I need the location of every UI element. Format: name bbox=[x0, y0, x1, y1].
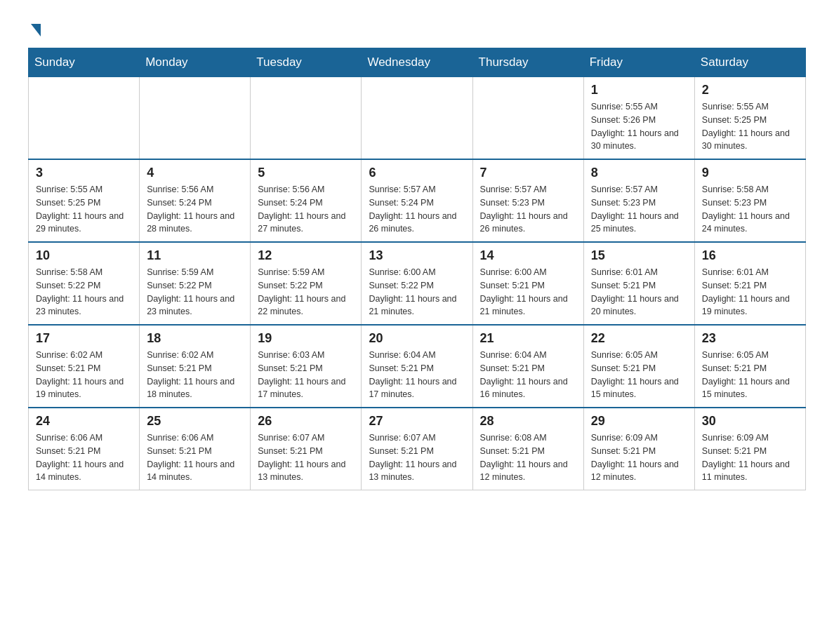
calendar-cell: 26Sunrise: 6:07 AM Sunset: 5:21 PM Dayli… bbox=[251, 408, 362, 490]
day-info: Sunrise: 6:02 AM Sunset: 5:21 PM Dayligh… bbox=[147, 349, 243, 401]
calendar-cell: 3Sunrise: 5:55 AM Sunset: 5:25 PM Daylig… bbox=[29, 159, 140, 242]
calendar-week-row: 1Sunrise: 5:55 AM Sunset: 5:26 PM Daylig… bbox=[29, 77, 806, 160]
day-number: 4 bbox=[147, 166, 243, 180]
day-number: 8 bbox=[591, 166, 687, 180]
day-number: 17 bbox=[36, 331, 132, 346]
calendar-cell: 14Sunrise: 6:00 AM Sunset: 5:21 PM Dayli… bbox=[472, 242, 583, 325]
day-number: 2 bbox=[702, 83, 798, 98]
calendar-cell: 24Sunrise: 6:06 AM Sunset: 5:21 PM Dayli… bbox=[29, 408, 140, 490]
calendar-header-row: SundayMondayTuesdayWednesdayThursdayFrid… bbox=[29, 48, 806, 77]
day-info: Sunrise: 5:59 AM Sunset: 5:22 PM Dayligh… bbox=[147, 266, 243, 318]
day-number: 10 bbox=[36, 248, 132, 263]
day-info: Sunrise: 6:05 AM Sunset: 5:21 PM Dayligh… bbox=[591, 349, 687, 401]
calendar-cell: 17Sunrise: 6:02 AM Sunset: 5:21 PM Dayli… bbox=[29, 325, 140, 408]
calendar-cell: 28Sunrise: 6:08 AM Sunset: 5:21 PM Dayli… bbox=[472, 408, 583, 490]
day-of-week-header: Wednesday bbox=[362, 48, 472, 77]
day-info: Sunrise: 6:04 AM Sunset: 5:21 PM Dayligh… bbox=[369, 349, 465, 401]
day-number: 21 bbox=[480, 331, 576, 346]
calendar-cell bbox=[251, 77, 362, 160]
calendar-cell: 4Sunrise: 5:56 AM Sunset: 5:24 PM Daylig… bbox=[140, 159, 251, 242]
day-of-week-header: Sunday bbox=[29, 48, 140, 77]
logo-arrow-icon bbox=[31, 24, 41, 36]
day-info: Sunrise: 5:57 AM Sunset: 5:24 PM Dayligh… bbox=[369, 183, 465, 236]
day-info: Sunrise: 5:55 AM Sunset: 5:25 PM Dayligh… bbox=[702, 100, 798, 153]
day-info: Sunrise: 6:01 AM Sunset: 5:21 PM Dayligh… bbox=[591, 266, 687, 318]
day-of-week-header: Thursday bbox=[472, 48, 583, 77]
calendar-week-row: 3Sunrise: 5:55 AM Sunset: 5:25 PM Daylig… bbox=[29, 159, 806, 242]
day-number: 3 bbox=[36, 166, 132, 180]
day-number: 23 bbox=[702, 331, 798, 346]
day-info: Sunrise: 6:00 AM Sunset: 5:21 PM Dayligh… bbox=[480, 266, 576, 318]
day-info: Sunrise: 6:05 AM Sunset: 5:21 PM Dayligh… bbox=[702, 349, 798, 401]
day-info: Sunrise: 5:56 AM Sunset: 5:24 PM Dayligh… bbox=[147, 183, 243, 236]
day-info: Sunrise: 6:03 AM Sunset: 5:21 PM Dayligh… bbox=[258, 349, 354, 401]
day-info: Sunrise: 5:55 AM Sunset: 5:25 PM Dayligh… bbox=[36, 183, 132, 236]
day-number: 20 bbox=[369, 331, 465, 346]
day-info: Sunrise: 6:06 AM Sunset: 5:21 PM Dayligh… bbox=[147, 431, 243, 484]
calendar-week-row: 10Sunrise: 5:58 AM Sunset: 5:22 PM Dayli… bbox=[29, 242, 806, 325]
day-number: 11 bbox=[147, 248, 243, 263]
page-header bbox=[28, 21, 806, 34]
day-number: 12 bbox=[258, 248, 354, 263]
calendar-table: SundayMondayTuesdayWednesdayThursdayFrid… bbox=[28, 48, 806, 490]
day-info: Sunrise: 5:57 AM Sunset: 5:23 PM Dayligh… bbox=[480, 183, 576, 236]
calendar-week-row: 24Sunrise: 6:06 AM Sunset: 5:21 PM Dayli… bbox=[29, 408, 806, 490]
day-number: 5 bbox=[258, 166, 354, 180]
day-info: Sunrise: 5:56 AM Sunset: 5:24 PM Dayligh… bbox=[258, 183, 354, 236]
calendar-cell: 18Sunrise: 6:02 AM Sunset: 5:21 PM Dayli… bbox=[140, 325, 251, 408]
calendar-cell bbox=[140, 77, 251, 160]
day-number: 15 bbox=[591, 248, 687, 263]
day-info: Sunrise: 6:02 AM Sunset: 5:21 PM Dayligh… bbox=[36, 349, 132, 401]
day-of-week-header: Monday bbox=[140, 48, 251, 77]
calendar-cell: 16Sunrise: 6:01 AM Sunset: 5:21 PM Dayli… bbox=[694, 242, 805, 325]
calendar-cell: 10Sunrise: 5:58 AM Sunset: 5:22 PM Dayli… bbox=[29, 242, 140, 325]
day-number: 6 bbox=[369, 166, 465, 180]
calendar-cell: 11Sunrise: 5:59 AM Sunset: 5:22 PM Dayli… bbox=[140, 242, 251, 325]
calendar-week-row: 17Sunrise: 6:02 AM Sunset: 5:21 PM Dayli… bbox=[29, 325, 806, 408]
day-number: 1 bbox=[591, 83, 687, 98]
calendar-cell: 7Sunrise: 5:57 AM Sunset: 5:23 PM Daylig… bbox=[472, 159, 583, 242]
day-number: 25 bbox=[147, 414, 243, 429]
calendar-cell: 1Sunrise: 5:55 AM Sunset: 5:26 PM Daylig… bbox=[583, 77, 694, 160]
calendar-cell: 20Sunrise: 6:04 AM Sunset: 5:21 PM Dayli… bbox=[362, 325, 472, 408]
calendar-cell bbox=[362, 77, 472, 160]
calendar-cell bbox=[29, 77, 140, 160]
calendar-cell: 12Sunrise: 5:59 AM Sunset: 5:22 PM Dayli… bbox=[251, 242, 362, 325]
calendar-cell: 5Sunrise: 5:56 AM Sunset: 5:24 PM Daylig… bbox=[251, 159, 362, 242]
day-info: Sunrise: 6:01 AM Sunset: 5:21 PM Dayligh… bbox=[702, 266, 798, 318]
calendar-cell: 9Sunrise: 5:58 AM Sunset: 5:23 PM Daylig… bbox=[694, 159, 805, 242]
day-info: Sunrise: 6:09 AM Sunset: 5:21 PM Dayligh… bbox=[591, 431, 687, 484]
day-number: 28 bbox=[480, 414, 576, 429]
day-number: 24 bbox=[36, 414, 132, 429]
calendar-cell: 25Sunrise: 6:06 AM Sunset: 5:21 PM Dayli… bbox=[140, 408, 251, 490]
calendar-cell bbox=[472, 77, 583, 160]
day-info: Sunrise: 5:57 AM Sunset: 5:23 PM Dayligh… bbox=[591, 183, 687, 236]
day-of-week-header: Tuesday bbox=[251, 48, 362, 77]
calendar-cell: 30Sunrise: 6:09 AM Sunset: 5:21 PM Dayli… bbox=[694, 408, 805, 490]
day-info: Sunrise: 6:07 AM Sunset: 5:21 PM Dayligh… bbox=[369, 431, 465, 484]
day-number: 22 bbox=[591, 331, 687, 346]
day-number: 13 bbox=[369, 248, 465, 263]
day-of-week-header: Friday bbox=[583, 48, 694, 77]
day-info: Sunrise: 6:06 AM Sunset: 5:21 PM Dayligh… bbox=[36, 431, 132, 484]
day-number: 16 bbox=[702, 248, 798, 263]
calendar-cell: 22Sunrise: 6:05 AM Sunset: 5:21 PM Dayli… bbox=[583, 325, 694, 408]
calendar-cell: 13Sunrise: 6:00 AM Sunset: 5:22 PM Dayli… bbox=[362, 242, 472, 325]
calendar-cell: 2Sunrise: 5:55 AM Sunset: 5:25 PM Daylig… bbox=[694, 77, 805, 160]
calendar-cell: 8Sunrise: 5:57 AM Sunset: 5:23 PM Daylig… bbox=[583, 159, 694, 242]
day-number: 14 bbox=[480, 248, 576, 263]
day-number: 7 bbox=[480, 166, 576, 180]
day-info: Sunrise: 5:58 AM Sunset: 5:22 PM Dayligh… bbox=[36, 266, 132, 318]
day-info: Sunrise: 6:08 AM Sunset: 5:21 PM Dayligh… bbox=[480, 431, 576, 484]
day-info: Sunrise: 6:00 AM Sunset: 5:22 PM Dayligh… bbox=[369, 266, 465, 318]
calendar-cell: 19Sunrise: 6:03 AM Sunset: 5:21 PM Dayli… bbox=[251, 325, 362, 408]
day-number: 29 bbox=[591, 414, 687, 429]
day-number: 27 bbox=[369, 414, 465, 429]
day-number: 19 bbox=[258, 331, 354, 346]
day-number: 18 bbox=[147, 331, 243, 346]
calendar-cell: 23Sunrise: 6:05 AM Sunset: 5:21 PM Dayli… bbox=[694, 325, 805, 408]
calendar-cell: 6Sunrise: 5:57 AM Sunset: 5:24 PM Daylig… bbox=[362, 159, 472, 242]
calendar-cell: 27Sunrise: 6:07 AM Sunset: 5:21 PM Dayli… bbox=[362, 408, 472, 490]
calendar-cell: 21Sunrise: 6:04 AM Sunset: 5:21 PM Dayli… bbox=[472, 325, 583, 408]
day-info: Sunrise: 6:04 AM Sunset: 5:21 PM Dayligh… bbox=[480, 349, 576, 401]
